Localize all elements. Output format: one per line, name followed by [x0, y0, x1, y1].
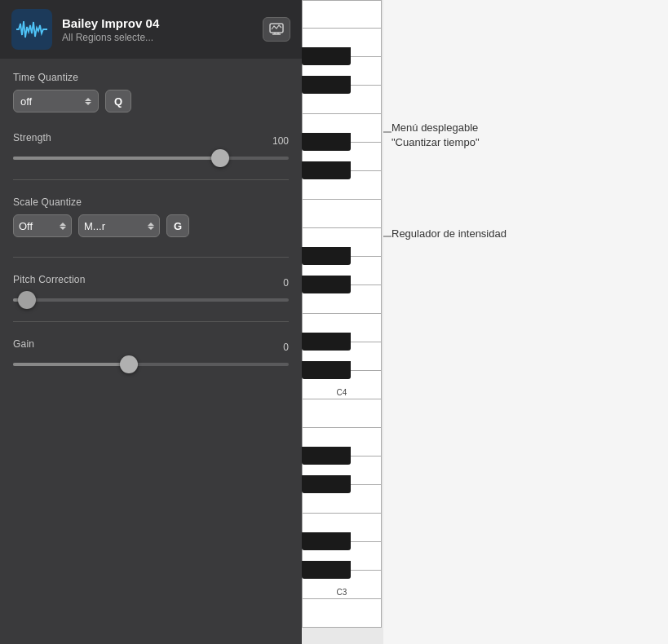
- black-key-E3[interactable]: [302, 532, 351, 550]
- scale-quantize-dropdown1[interactable]: Off: [13, 214, 72, 237]
- annotation-1: Menú desplegable "Cuantizar tiempo": [392, 121, 480, 150]
- black-key-A4[interactable]: [302, 247, 351, 265]
- divider-1: [13, 179, 289, 180]
- arrow-up-icon: [85, 98, 91, 101]
- white-key-B5[interactable]: [302, 0, 382, 29]
- gain-value: 0: [283, 342, 289, 353]
- black-key-E4[interactable]: [302, 333, 351, 351]
- time-quantize-value: off: [20, 95, 32, 108]
- q-button[interactable]: Q: [105, 90, 131, 112]
- piano-area: C4C3: [302, 0, 383, 644]
- annotation-2-label: Regulador de intensidad: [392, 227, 507, 240]
- gain-slider-thumb[interactable]: [120, 355, 138, 373]
- dropdown-arrows: [85, 98, 91, 105]
- time-quantize-controls: off Q: [13, 90, 289, 112]
- g-button[interactable]: G: [166, 214, 189, 237]
- gain-slider-fill: [13, 363, 129, 366]
- key-label-C3: C3: [337, 588, 347, 597]
- gain-section: Gain 0: [13, 338, 289, 366]
- header-text: Bailey Improv 04 All Regions selecte...: [62, 16, 253, 43]
- scale-quantize-value2: M...r: [84, 220, 105, 232]
- strength-header: Strength 100: [13, 132, 289, 150]
- controls-area: Time Quantize off Q Strength 100: [0, 59, 302, 644]
- time-quantize-dropdown[interactable]: off: [13, 90, 99, 112]
- left-panel: Bailey Improv 04 All Regions selecte... …: [0, 0, 302, 644]
- piano-keys: C4C3: [302, 0, 383, 628]
- gain-label: Gain: [13, 338, 34, 350]
- strength-slider-thumb[interactable]: [211, 149, 229, 167]
- black-key-A5[interactable]: [302, 47, 351, 65]
- time-quantize-section: Time Quantize off Q: [13, 72, 289, 112]
- strength-value: 100: [272, 135, 289, 147]
- white-key-B3[interactable]: [302, 399, 382, 428]
- strength-slider-fill: [13, 157, 220, 160]
- waveform-svg: [16, 17, 47, 42]
- arrow-down-icon-3: [148, 227, 154, 230]
- smart-controls-button[interactable]: [263, 17, 290, 42]
- pitch-value: 0: [283, 277, 289, 289]
- pitch-header: Pitch Correction 0: [13, 274, 289, 292]
- annotation-area: Menú desplegable "Cuantizar tiempo" Regu…: [383, 0, 668, 644]
- smart-controls-icon: [269, 23, 284, 36]
- pitch-correction-section: Pitch Correction 0: [13, 274, 289, 302]
- strength-section: Strength 100: [13, 132, 289, 160]
- scale-quantize-value1: Off: [19, 220, 33, 232]
- white-key-B2[interactable]: [302, 599, 382, 628]
- annotation-2: Regulador de intensidad: [392, 227, 507, 241]
- black-key-D4[interactable]: [302, 361, 351, 379]
- strength-slider-track[interactable]: [13, 157, 289, 160]
- gain-header: Gain 0: [13, 338, 289, 356]
- black-key-D5[interactable]: [302, 161, 351, 179]
- track-name: Bailey Improv 04: [62, 16, 253, 30]
- time-quantize-label: Time Quantize: [13, 72, 289, 83]
- pitch-label: Pitch Correction: [13, 274, 86, 285]
- black-key-A3[interactable]: [302, 447, 351, 465]
- annotation-lines-svg: [383, 0, 668, 644]
- dropdown-arrows-3: [148, 223, 154, 230]
- divider-3: [13, 321, 289, 322]
- arrow-down-icon: [85, 102, 91, 105]
- pitch-slider-track[interactable]: [13, 298, 289, 302]
- scale-quantize-label: Scale Quantize: [13, 196, 289, 208]
- scale-quantize-section: Scale Quantize Off M...r: [13, 196, 289, 237]
- black-key-E5[interactable]: [302, 133, 351, 151]
- header: Bailey Improv 04 All Regions selecte...: [0, 0, 302, 59]
- black-key-G5[interactable]: [302, 76, 351, 94]
- black-key-D3[interactable]: [302, 561, 351, 579]
- track-subtitle: All Regions selecte...: [62, 32, 253, 43]
- white-key-B4[interactable]: [302, 200, 382, 228]
- divider-2: [13, 257, 289, 258]
- gain-slider-track[interactable]: [13, 363, 289, 366]
- dropdown-arrows-2: [60, 223, 66, 230]
- track-icon: [11, 9, 52, 50]
- pitch-slider-thumb[interactable]: [18, 291, 36, 309]
- key-label-C4: C4: [337, 388, 347, 397]
- strength-label: Strength: [13, 132, 51, 143]
- arrow-down-icon-2: [60, 227, 66, 230]
- arrow-up-icon-2: [60, 223, 66, 226]
- scale-quantize-dropdown2[interactable]: M...r: [78, 214, 160, 237]
- annotation-1-subtitle: "Cuantizar tiempo": [392, 136, 480, 148]
- annotation-1-title: Menú desplegable: [392, 121, 478, 134]
- black-key-G3[interactable]: [302, 475, 351, 493]
- black-key-G4[interactable]: [302, 276, 351, 293]
- scale-quantize-controls: Off M...r G: [13, 214, 289, 237]
- arrow-up-icon-3: [148, 223, 154, 226]
